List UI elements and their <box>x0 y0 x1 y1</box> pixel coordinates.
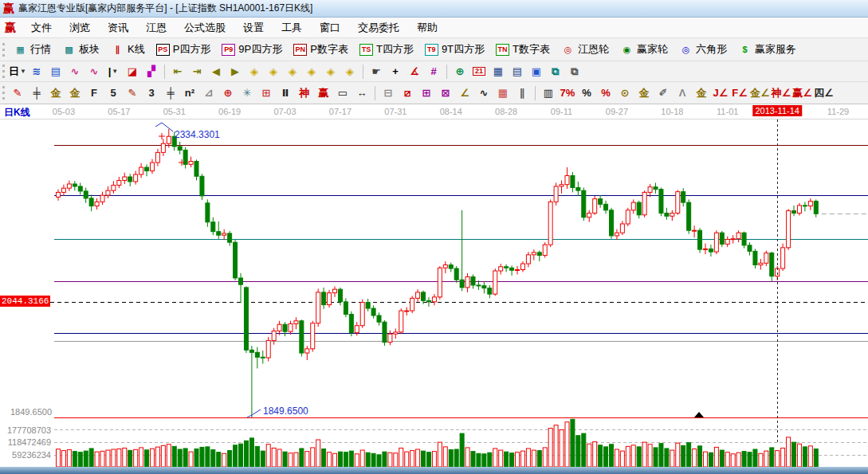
candle-body[interactable] <box>753 251 757 264</box>
candle-body[interactable] <box>532 253 536 255</box>
tool-percent[interactable]: % <box>578 85 595 101</box>
toolbar-button-9t-square[interactable]: T99T四方形 <box>419 41 490 58</box>
tool-gann-web[interactable]: ⊞ <box>257 85 275 101</box>
tool-win-tool[interactable]: 赢 <box>315 85 332 101</box>
tool-compress-all[interactable]: ◈ <box>322 64 340 80</box>
tool-gann-star[interactable]: ✳ <box>238 85 256 101</box>
volume-bar[interactable] <box>338 452 342 467</box>
candle-body[interactable] <box>526 255 530 264</box>
volume-bar[interactable] <box>289 453 293 467</box>
volume-bar[interactable] <box>183 449 187 467</box>
volume-bar[interactable] <box>123 448 127 467</box>
tool-price-grid[interactable]: ⊞ <box>418 85 435 101</box>
candle-body[interactable] <box>145 167 149 170</box>
candle-body[interactable] <box>748 245 752 251</box>
volume-bar[interactable] <box>770 448 774 467</box>
volume-bar[interactable] <box>532 450 536 467</box>
volume-bar[interactable] <box>84 451 88 467</box>
tool-cycle-3[interactable]: 3 <box>143 85 160 101</box>
candle-body[interactable] <box>61 188 65 192</box>
volume-bar[interactable] <box>493 449 497 467</box>
volume-bar[interactable] <box>676 443 680 467</box>
tool-notepad[interactable]: ▤ <box>509 64 526 80</box>
tool-angle-four[interactable]: 四∠ <box>814 85 834 101</box>
candle-body[interactable] <box>465 276 469 287</box>
volume-bar[interactable] <box>537 451 541 467</box>
volume-bar[interactable] <box>78 452 82 467</box>
candle-body[interactable] <box>620 224 624 233</box>
tool-info-board[interactable]: ▤ <box>47 64 65 80</box>
candle-body[interactable] <box>637 202 641 215</box>
candle-body[interactable] <box>814 202 818 214</box>
tool-box-tool[interactable]: ⊟ <box>379 85 397 101</box>
tool-percent-7[interactable]: 7% <box>559 85 576 101</box>
candle-body[interactable] <box>249 350 253 352</box>
tool-pencil[interactable]: ✎ <box>9 85 26 101</box>
candle-body[interactable] <box>736 233 740 238</box>
candle-body[interactable] <box>576 187 580 190</box>
tool-angle-j[interactable]: J∠ <box>712 85 729 101</box>
volume-bar[interactable] <box>167 445 171 467</box>
volume-bar[interactable] <box>693 449 697 467</box>
candle-body[interactable] <box>714 233 718 252</box>
candle-body[interactable] <box>217 232 221 235</box>
toolbar-drag-handle[interactable] <box>2 65 5 78</box>
candle-body[interactable] <box>399 311 403 332</box>
candle-body[interactable] <box>360 303 364 326</box>
toolbar-button-p-number-table[interactable]: PNP数字表 <box>288 41 354 58</box>
candle-body[interactable] <box>493 271 497 294</box>
candle-body[interactable] <box>654 187 658 190</box>
volume-bar[interactable] <box>239 444 243 467</box>
candle-body[interactable] <box>194 162 198 177</box>
candle-body[interactable] <box>587 213 591 217</box>
tool-ma-3[interactable]: ∿ <box>66 64 84 80</box>
candle-body[interactable] <box>693 230 697 231</box>
volume-bar[interactable] <box>681 445 685 467</box>
candle-body[interactable] <box>631 202 635 210</box>
candle-body[interactable] <box>344 302 348 315</box>
volume-bar[interactable] <box>277 449 281 467</box>
candle-body[interactable] <box>610 210 614 236</box>
volume-bar[interactable] <box>399 448 403 467</box>
volume-bar[interactable] <box>748 452 752 467</box>
tool-fan-lines[interactable]: ⧄ <box>399 85 416 101</box>
tool-span-measure[interactable]: ↔ <box>353 85 371 101</box>
volume-bar[interactable] <box>344 452 348 467</box>
volume-bar[interactable] <box>388 452 392 467</box>
candle-body[interactable] <box>676 192 680 213</box>
tool-angle-gold[interactable]: 金∠ <box>750 85 770 101</box>
volume-bar[interactable] <box>731 454 735 467</box>
volume-bar[interactable] <box>516 452 520 467</box>
menu-item-browse[interactable]: 浏览 <box>61 18 99 37</box>
tool-stats-flag[interactable]: ▥ <box>540 85 557 101</box>
volume-bar[interactable] <box>736 452 740 467</box>
toolbar-button-gann-wheel[interactable]: ◎江恩轮 <box>556 41 615 58</box>
candle-body[interactable] <box>665 213 669 217</box>
candle-body[interactable] <box>781 248 785 268</box>
volume-bar[interactable] <box>582 433 586 467</box>
volume-bar[interactable] <box>471 452 475 467</box>
volume-bar[interactable] <box>764 451 768 467</box>
volume-bar[interactable] <box>261 451 265 467</box>
menu-item-help[interactable]: 帮助 <box>408 18 446 37</box>
candle-body[interactable] <box>565 176 569 185</box>
volume-bar[interactable] <box>200 447 204 467</box>
chart-canvas[interactable] <box>0 119 868 467</box>
volume-bar[interactable] <box>178 449 182 467</box>
candle-body[interactable] <box>100 195 104 202</box>
volume-bar[interactable] <box>604 447 608 467</box>
toolbar-button-t-square[interactable]: TST四方形 <box>354 41 419 58</box>
tool-remote-data[interactable]: ⧉ <box>547 64 564 80</box>
volume-bar[interactable] <box>449 450 453 467</box>
volume-bar[interactable] <box>571 419 575 467</box>
tool-trend-lines[interactable]: ∠ <box>456 85 473 101</box>
candle-body[interactable] <box>300 321 304 353</box>
volume-bar[interactable] <box>294 452 298 467</box>
candle-body[interactable] <box>792 211 796 213</box>
volume-bar[interactable] <box>305 452 309 467</box>
candle-body[interactable] <box>106 190 110 195</box>
candle-body[interactable] <box>488 288 492 294</box>
volume-bar[interactable] <box>355 454 359 467</box>
menu-item-trade-order[interactable]: 交易委托 <box>349 18 408 37</box>
volume-bar[interactable] <box>89 449 93 467</box>
